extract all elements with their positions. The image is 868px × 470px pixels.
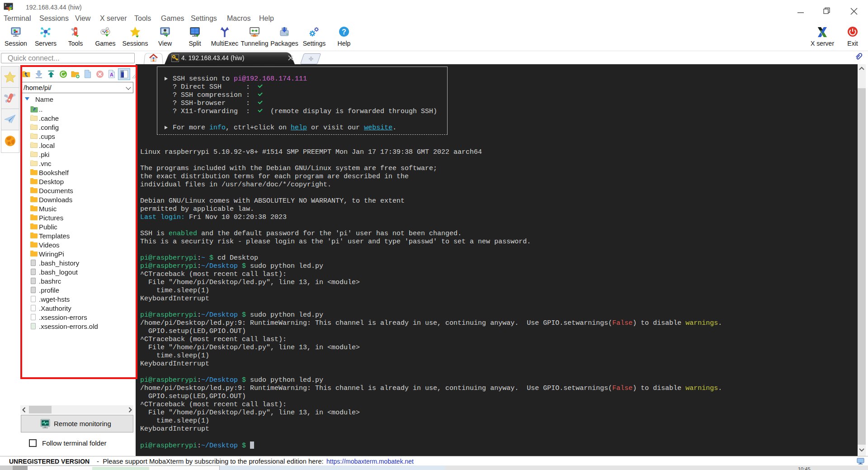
svg-text:?: ? bbox=[342, 28, 346, 36]
